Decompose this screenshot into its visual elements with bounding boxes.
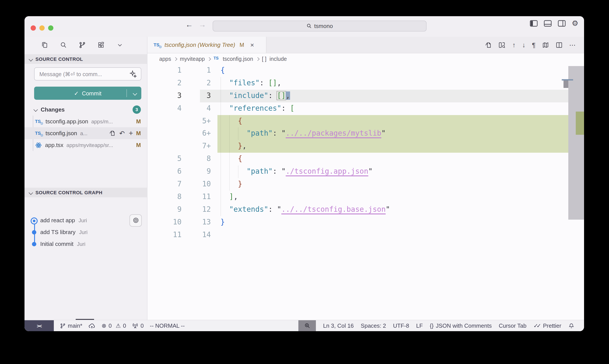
branch-indicator[interactable]: main* xyxy=(60,320,82,331)
settings-gear-icon[interactable]: ⚙ xyxy=(572,20,579,27)
problems-indicator[interactable]: ⊗ 0 ⚠ 0 xyxy=(102,320,126,331)
stage-changes-icon[interactable]: + xyxy=(129,130,133,137)
code-line[interactable]: 44 "references": [ xyxy=(147,102,584,115)
code-line[interactable]: 5+ { xyxy=(147,115,584,128)
code-token: [] xyxy=(277,91,286,100)
breadcrumb-tsconfig-json[interactable]: tsconfig.json xyxy=(223,56,253,62)
code-line[interactable]: 7+ }, xyxy=(147,140,584,153)
file-path-link[interactable]: ./tsconfig.app.json xyxy=(286,167,368,175)
modified-line-number: 5+ xyxy=(181,115,211,128)
command-center-search[interactable]: tsmono xyxy=(213,21,427,31)
code-line[interactable]: 69 "path": "./tsconfig.app.json" xyxy=(147,165,584,178)
indentation-setting[interactable]: Spaces: 2 xyxy=(361,320,386,331)
eol-setting[interactable]: LF xyxy=(416,320,423,331)
change-row-app-tsx[interactable]: app.tsx apps/myviteapp/sr... M xyxy=(25,139,147,151)
modified-line-number: 13 xyxy=(181,216,211,229)
status-bar: >< main* ⊗ 0 ⚠ 0 0 -- NORMA xyxy=(25,320,584,331)
commit-message-placeholder: Message (⌘⏎ to comm... xyxy=(39,71,129,77)
change-row-tsconfig-app-json[interactable]: TS⚙ tsconfig.app.json apps/m... M xyxy=(25,116,147,127)
file-path-link[interactable]: ../../tsconfig.base.json xyxy=(281,205,386,213)
go-to-file-icon[interactable] xyxy=(485,41,492,48)
file-path-link[interactable]: ../../packages/mytslib xyxy=(286,129,381,138)
overview-ruler-scrollbar[interactable] xyxy=(568,66,584,220)
close-window-button[interactable] xyxy=(31,25,36,31)
zoom-window-button[interactable] xyxy=(48,25,53,31)
map-icon[interactable] xyxy=(542,41,549,48)
previous-change-icon[interactable]: ↑ xyxy=(512,41,516,48)
source-control-section-header[interactable]: SOURCE CONTROL xyxy=(25,54,147,64)
language-mode[interactable]: {} JSON with Comments xyxy=(430,320,492,331)
code-line[interactable]: 33 "include": [], xyxy=(147,90,584,102)
tab-tsconfig-working-tree[interactable]: TS⚙ tsconfig.json (Working Tree) M × xyxy=(147,37,266,53)
formatter-indicator[interactable]: ✓✓ Prettier xyxy=(533,320,561,331)
commit-button-divider xyxy=(127,89,127,97)
more-actions-icon[interactable]: ⋯ xyxy=(569,41,576,48)
code-line[interactable]: 811 ], xyxy=(147,191,584,203)
split-editor-icon[interactable] xyxy=(556,41,563,48)
code-text: ], xyxy=(220,191,238,203)
discard-changes-icon[interactable]: ↶ xyxy=(119,130,125,136)
compare-icon[interactable] xyxy=(498,41,506,48)
code-line[interactable]: 1013} xyxy=(147,216,584,229)
sidebar-item-extensions[interactable] xyxy=(97,41,104,49)
code-line[interactable]: 58 { xyxy=(147,153,584,165)
vim-mode-indicator[interactable]: -- NORMAL -- xyxy=(150,320,185,331)
toggle-panel-icon[interactable] xyxy=(544,20,552,27)
show-whitespace-icon[interactable]: ¶ xyxy=(532,41,535,48)
open-file-icon[interactable] xyxy=(109,130,115,136)
cursor-tab-indicator[interactable]: Cursor Tab xyxy=(499,320,527,331)
indent-guide xyxy=(229,153,230,165)
code-line[interactable]: 11{ xyxy=(147,64,584,77)
breadcrumb-separator-icon xyxy=(174,57,177,61)
ports-indicator[interactable]: 0 xyxy=(132,320,144,331)
diff-editor[interactable]: 11{22 "files": [],33 "include": [],44 "r… xyxy=(147,64,584,320)
code-line[interactable]: 912 "extends": "../../tsconfig.base.json… xyxy=(147,203,584,216)
commit-row-head[interactable]: add react app Juri xyxy=(25,214,147,226)
code-token: " xyxy=(281,167,286,175)
breadcrumb-include[interactable]: include xyxy=(270,56,287,62)
code-line[interactable]: 6+ "path": "../../packages/mytslib" xyxy=(147,128,584,140)
code-line[interactable]: 710 } xyxy=(147,178,584,191)
navigate-back-button[interactable]: ← xyxy=(185,21,193,29)
navigate-forward-button[interactable]: → xyxy=(199,21,206,29)
commit-message-input[interactable]: Message (⌘⏎ to comm... xyxy=(34,67,141,80)
branch-name: main* xyxy=(68,323,82,329)
change-row-tsconfig-json[interactable]: TS⚙ tsconfig.json a... ↶ + M xyxy=(25,127,147,139)
code-token: : xyxy=(272,129,281,138)
code-token: "include" xyxy=(229,91,268,100)
code-token: } xyxy=(220,218,225,226)
breadcrumb: apps myviteapp TS tsconfig.json [ ] incl… xyxy=(147,53,584,64)
toggle-secondary-sidebar-icon[interactable] xyxy=(558,20,566,27)
breadcrumb-myviteapp[interactable]: myviteapp xyxy=(180,56,205,62)
remote-indicator[interactable]: >< xyxy=(25,320,54,331)
commit-row[interactable]: add TS library Juri xyxy=(25,226,147,238)
sidebar-item-search[interactable] xyxy=(60,41,67,49)
sidebar-item-explorer[interactable] xyxy=(41,41,48,49)
breadcrumb-apps[interactable]: apps xyxy=(159,56,171,62)
code-token: } xyxy=(238,142,242,150)
changes-header[interactable]: Changes 3 xyxy=(25,104,147,115)
toggle-primary-sidebar-icon[interactable] xyxy=(530,20,538,27)
code-token: "references" xyxy=(229,104,281,112)
notifications-bell[interactable] xyxy=(568,320,574,331)
zoom-status-item[interactable] xyxy=(298,320,316,331)
cursor-position[interactable]: Ln 3, Col 16 xyxy=(323,320,354,331)
generate-commit-message-icon[interactable] xyxy=(129,70,137,78)
files-icon xyxy=(41,41,48,49)
encoding-setting[interactable]: UTF-8 xyxy=(393,320,409,331)
sidebar-item-source-control[interactable] xyxy=(78,41,86,49)
publish-changes-button[interactable] xyxy=(89,320,96,331)
commit-dropdown-chevron-icon[interactable] xyxy=(133,91,137,96)
code-line[interactable]: 1114 xyxy=(147,229,584,241)
code-line[interactable]: 22 "files": [], xyxy=(147,77,584,90)
indent-guide xyxy=(220,102,221,115)
commit-button[interactable]: ✓ Commit xyxy=(34,87,141,100)
activity-more-views[interactable] xyxy=(116,41,123,49)
next-change-icon[interactable]: ↓ xyxy=(522,41,525,48)
goto-head-button[interactable] xyxy=(130,214,142,226)
close-tab-icon[interactable]: × xyxy=(250,41,254,49)
commit-row[interactable]: Initial commit Juri xyxy=(25,238,147,250)
source-control-graph-section-header[interactable]: SOURCE CONTROL GRAPH xyxy=(25,188,147,197)
minimize-window-button[interactable] xyxy=(39,25,45,31)
file-path: apps/m... xyxy=(91,118,133,124)
